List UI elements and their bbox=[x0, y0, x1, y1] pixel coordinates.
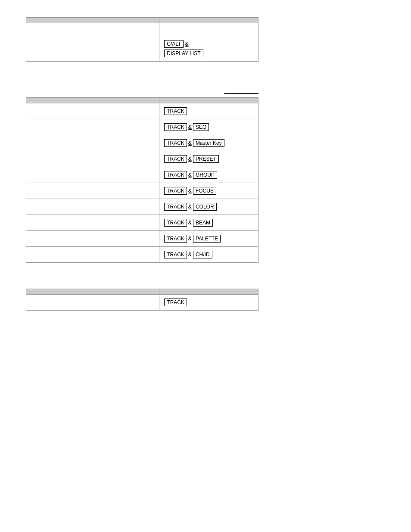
ampersand: & bbox=[188, 220, 192, 226]
key-combo: C/ALT & bbox=[164, 40, 254, 48]
table3-header-col2 bbox=[159, 289, 258, 295]
table-row: TRACK bbox=[26, 295, 258, 311]
table-row: TRACK & FOCUS bbox=[26, 183, 258, 199]
table1-header-col1 bbox=[26, 18, 159, 23]
row-col2: TRACK bbox=[159, 295, 258, 311]
table1-row2-col1 bbox=[26, 36, 159, 62]
row-col1 bbox=[26, 167, 159, 183]
table1-row2-col2: C/ALT & DISPLAY LIST bbox=[159, 36, 258, 62]
ampersand: & bbox=[188, 172, 192, 178]
row-col2: TRACK bbox=[159, 103, 258, 119]
preset-key: PRESET bbox=[193, 155, 219, 163]
seq-key: SEQ bbox=[193, 123, 209, 131]
group-key: GROUP bbox=[193, 171, 217, 179]
row-col1 bbox=[26, 215, 159, 231]
key-combo: TRACK & PALETTE bbox=[164, 234, 254, 243]
chid-key: CH/ID bbox=[193, 251, 212, 258]
table-2: TRACK TRACK & SEQ bbox=[26, 97, 258, 263]
table-row: C/ALT & DISPLAY LIST bbox=[26, 36, 258, 62]
key-combo: TRACK & COLOR bbox=[164, 202, 254, 211]
table1-row1-col2 bbox=[159, 23, 258, 36]
section-2: ___________ TRACK bbox=[26, 79, 385, 263]
table1-header-col2 bbox=[159, 18, 258, 23]
track-key: TRACK bbox=[164, 251, 187, 258]
masterkey-key: Master Key bbox=[193, 139, 224, 147]
row-col2: TRACK & COLOR bbox=[159, 199, 258, 215]
key-combo: TRACK bbox=[164, 107, 254, 115]
section-link[interactable]: ___________ bbox=[224, 87, 258, 94]
row-col1 bbox=[26, 247, 159, 263]
table-row: TRACK & CH/ID bbox=[26, 247, 258, 263]
ampersand: & bbox=[188, 204, 192, 210]
table2-header-col2 bbox=[159, 98, 258, 103]
beam-key: BEAM bbox=[193, 219, 213, 227]
key-combo: TRACK & FOCUS bbox=[164, 187, 254, 195]
row-col2: TRACK & PALETTE bbox=[159, 231, 258, 247]
key-combo: TRACK & CH/ID bbox=[164, 250, 254, 259]
section-1: C/ALT & DISPLAY LIST bbox=[26, 17, 385, 62]
row-col2: TRACK & PRESET bbox=[159, 151, 258, 167]
table-row: TRACK & PALETTE bbox=[26, 231, 258, 247]
key-combo: TRACK & GROUP bbox=[164, 171, 254, 179]
row-col2: TRACK & BEAM bbox=[159, 215, 258, 231]
ampersand: & bbox=[188, 236, 192, 242]
row-col1 bbox=[26, 199, 159, 215]
palette-key: PALETTE bbox=[193, 235, 221, 243]
track-key: TRACK bbox=[164, 203, 187, 211]
track-key: TRACK bbox=[164, 235, 187, 243]
table-3: TRACK bbox=[26, 289, 258, 311]
row-col1 bbox=[26, 151, 159, 167]
table-row: TRACK & SEQ bbox=[26, 119, 258, 135]
key-combo-2: DISPLAY LIST bbox=[164, 49, 254, 58]
ampersand: & bbox=[188, 156, 192, 162]
row-col2: TRACK & GROUP bbox=[159, 167, 258, 183]
track-key: TRACK bbox=[164, 107, 187, 115]
table-row: TRACK & Master Key bbox=[26, 135, 258, 151]
track-key: TRACK bbox=[164, 219, 187, 227]
key-combo: TRACK & PRESET bbox=[164, 155, 254, 163]
section-3: TRACK bbox=[26, 280, 385, 311]
ampersand: & bbox=[188, 124, 192, 130]
table-row: TRACK & GROUP bbox=[26, 167, 258, 183]
ampersand: & bbox=[188, 188, 192, 194]
row-col1 bbox=[26, 135, 159, 151]
track-key: TRACK bbox=[164, 299, 187, 306]
track-key: TRACK bbox=[164, 171, 187, 179]
color-key: COLOR bbox=[193, 203, 217, 211]
row-col1 bbox=[26, 231, 159, 247]
row-col2: TRACK & CH/ID bbox=[159, 247, 258, 263]
calt-key: C/ALT bbox=[164, 40, 184, 48]
track-key: TRACK bbox=[164, 123, 187, 131]
row-col1 bbox=[26, 295, 159, 311]
row-col2: TRACK & FOCUS bbox=[159, 183, 258, 199]
row-col2: TRACK & Master Key bbox=[159, 135, 258, 151]
table-row bbox=[26, 23, 258, 36]
table2-header-col1 bbox=[26, 98, 159, 103]
track-key: TRACK bbox=[164, 139, 187, 147]
track-key: TRACK bbox=[164, 187, 187, 195]
table-row: TRACK & PRESET bbox=[26, 151, 258, 167]
key-combo: TRACK & BEAM bbox=[164, 218, 254, 227]
key-combo: TRACK bbox=[164, 298, 254, 307]
ampersand: & bbox=[185, 41, 188, 47]
table-row: TRACK bbox=[26, 103, 258, 119]
ampersand: & bbox=[188, 140, 192, 146]
display-list-key: DISPLAY LIST bbox=[164, 50, 203, 57]
table-row: TRACK & COLOR bbox=[26, 199, 258, 215]
table-row: TRACK & BEAM bbox=[26, 215, 258, 231]
ampersand: & bbox=[188, 252, 192, 258]
row-col1 bbox=[26, 103, 159, 119]
track-key: TRACK bbox=[164, 155, 187, 163]
key-combo: TRACK & SEQ bbox=[164, 123, 254, 131]
row-col1 bbox=[26, 119, 159, 135]
row-col1 bbox=[26, 183, 159, 199]
key-combo: TRACK & Master Key bbox=[164, 139, 254, 147]
page-container: C/ALT & DISPLAY LIST ___________ bbox=[0, 0, 411, 345]
row-col2: TRACK & SEQ bbox=[159, 119, 258, 135]
focus-key: FOCUS bbox=[193, 187, 216, 195]
table-1: C/ALT & DISPLAY LIST bbox=[26, 17, 258, 62]
table3-header-col1 bbox=[26, 289, 159, 295]
table1-row1-col1 bbox=[26, 23, 159, 36]
